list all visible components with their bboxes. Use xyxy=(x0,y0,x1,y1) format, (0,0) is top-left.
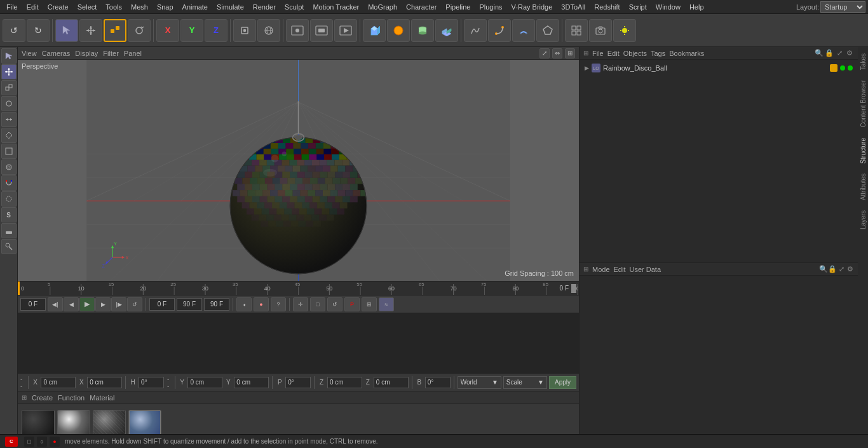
tool-live-select[interactable] xyxy=(1,191,17,207)
z-size-input[interactable] xyxy=(374,377,409,388)
statusbar-icon-3[interactable]: ● xyxy=(50,437,60,447)
scale-tool-button[interactable] xyxy=(104,19,126,42)
x-axis-button[interactable]: X xyxy=(156,19,179,42)
statusbar-icon-1[interactable]: □ xyxy=(24,437,34,447)
menu-character[interactable]: Character xyxy=(402,2,440,12)
sphere-button[interactable] xyxy=(387,19,410,42)
mat-material-menu[interactable]: Material xyxy=(90,394,114,402)
menu-select[interactable]: Select xyxy=(74,2,101,12)
menu-pipeline[interactable]: Pipeline xyxy=(442,2,474,12)
menu-render[interactable]: Render xyxy=(249,2,280,12)
y-axis-button[interactable]: Y xyxy=(180,19,203,42)
v-tab-takes[interactable]: Takes xyxy=(858,50,868,74)
grid-button[interactable] xyxy=(565,19,588,42)
tool-knife[interactable] xyxy=(1,160,17,175)
tool-paint[interactable] xyxy=(1,239,17,254)
dope-sheet-button[interactable]: ⊞ xyxy=(362,297,377,311)
select-tool-button[interactable] xyxy=(55,19,78,42)
mat-create-menu[interactable]: Create xyxy=(32,394,53,402)
cube-button[interactable] xyxy=(363,19,386,42)
tool-move[interactable] xyxy=(1,64,17,79)
scale-dropdown[interactable]: Scale ▼ xyxy=(503,376,547,389)
obj-item-render-dot[interactable] xyxy=(848,65,853,71)
menu-simulate[interactable]: Simulate xyxy=(213,2,248,12)
undo-button[interactable]: ↺ xyxy=(3,19,25,42)
tool-magnet[interactable] xyxy=(1,175,17,191)
lock-icon[interactable]: 🔒 xyxy=(825,49,834,58)
viewport-settings-button[interactable]: ⇔ xyxy=(552,48,562,58)
timeline-ruler[interactable]: 0 5 10 15 20 xyxy=(18,282,579,295)
viewport-panel-menu[interactable]: Panel xyxy=(124,50,142,57)
obj-objects-menu[interactable]: Objects xyxy=(623,50,647,57)
apply-button[interactable]: Apply xyxy=(549,376,576,389)
v-tab-attributes[interactable]: Attributes xyxy=(858,170,868,204)
timeline-current-frame-marker[interactable] xyxy=(18,282,19,295)
menu-mesh[interactable]: Mesh xyxy=(127,2,152,12)
frame-step-back-button[interactable]: ◀ xyxy=(64,297,79,311)
mat-function-menu[interactable]: Function xyxy=(58,394,85,402)
record-button[interactable]: P xyxy=(344,297,360,311)
start-frame-input[interactable] xyxy=(20,298,46,311)
v-tab-content-browser[interactable]: Content Browser xyxy=(858,76,868,131)
tool-object-place[interactable] xyxy=(1,80,17,95)
layout-select[interactable]: Startup Standard xyxy=(820,1,865,13)
attr-edit-menu[interactable]: Edit xyxy=(614,266,626,273)
cylinder-button[interactable] xyxy=(411,19,434,42)
menu-animate[interactable]: Animate xyxy=(179,2,212,12)
obj-file-menu[interactable]: File xyxy=(592,50,604,57)
render-view-button[interactable] xyxy=(310,19,333,42)
viewport-lock-button[interactable]: ⊞ xyxy=(565,48,575,58)
x-size-input[interactable] xyxy=(87,377,122,388)
menu-help[interactable]: Help xyxy=(686,2,708,12)
object-mode-button[interactable] xyxy=(233,19,256,42)
menu-vray[interactable]: V-Ray Bridge xyxy=(508,2,557,12)
obj-item-active-dot[interactable] xyxy=(840,65,845,71)
rotate-key-button[interactable]: ↺ xyxy=(327,297,342,311)
obj-bookmarks-menu[interactable]: Bookmarks xyxy=(669,50,704,57)
z-pos-input[interactable] xyxy=(327,377,362,388)
attr-mode-menu[interactable]: Mode xyxy=(592,266,610,273)
frame-back-button[interactable]: ◀| xyxy=(48,297,63,311)
spline-button[interactable] xyxy=(464,19,487,42)
b-rot-input[interactable] xyxy=(425,377,451,388)
rotate-tool-button[interactable] xyxy=(128,19,151,42)
menu-plugins[interactable]: Plugins xyxy=(475,2,506,12)
attr-user-data-menu[interactable]: User Data xyxy=(630,266,661,273)
attr-search-icon[interactable]: 🔍 xyxy=(820,266,827,273)
motion-path-button[interactable]: ? xyxy=(271,297,286,311)
x-pos-input[interactable] xyxy=(41,377,76,388)
object-item-disco-ball[interactable]: ▶ LO Rainbow_Disco_Ball xyxy=(582,62,855,74)
obj-edit-menu[interactable]: Edit xyxy=(607,50,620,57)
menu-3dtoall[interactable]: 3DToAll xyxy=(557,2,589,12)
statusbar-icon-2[interactable]: ○ xyxy=(37,437,47,447)
viewport-maximize-button[interactable]: ⤢ xyxy=(539,48,550,58)
obj-settings-icon[interactable]: ⚙ xyxy=(845,49,854,58)
plane-button[interactable] xyxy=(435,19,458,42)
redo-button[interactable]: ↻ xyxy=(27,19,50,42)
camera-button[interactable] xyxy=(589,19,612,42)
end-frame-input[interactable] xyxy=(204,298,229,311)
auto-key-button[interactable]: ● xyxy=(254,297,269,311)
light-button[interactable] xyxy=(613,19,636,42)
menu-snap[interactable]: Snap xyxy=(153,2,177,12)
v-tab-layers[interactable]: Layers xyxy=(858,207,868,233)
attr-settings-icon[interactable]: ⚙ xyxy=(846,266,854,273)
y-size-input[interactable] xyxy=(234,377,269,388)
tool-rotate[interactable] xyxy=(1,96,17,111)
viewport-display-menu[interactable]: Display xyxy=(75,50,98,57)
viewport-view-menu[interactable]: View xyxy=(22,50,37,57)
polygon-button[interactable] xyxy=(536,19,559,42)
preview-end-input[interactable] xyxy=(177,298,202,311)
keyframe-button[interactable]: ⬧ xyxy=(236,297,252,311)
obj-tags-menu[interactable]: Tags xyxy=(651,50,665,57)
play-button[interactable]: ▶ xyxy=(79,297,95,311)
f-curve-button[interactable]: ≈ xyxy=(379,297,394,311)
menu-motion-tracker[interactable]: Motion Tracker xyxy=(309,2,363,12)
render-frame-button[interactable] xyxy=(334,19,357,42)
h-rot-input[interactable] xyxy=(139,377,164,388)
menu-mograph[interactable]: MoGraph xyxy=(364,2,401,12)
search-icon[interactable]: 🔍 xyxy=(815,49,824,58)
tool-polygon[interactable] xyxy=(1,144,17,159)
menu-window[interactable]: Window xyxy=(652,2,684,12)
tool-scale[interactable] xyxy=(1,112,17,127)
